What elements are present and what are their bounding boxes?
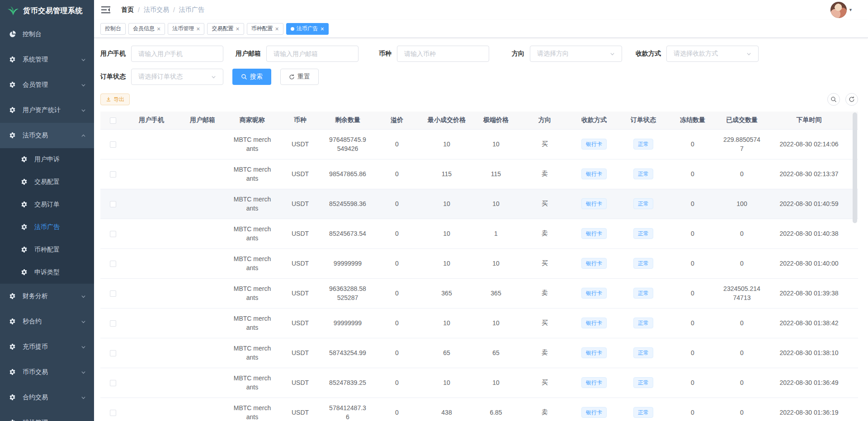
cell-checkbox — [100, 129, 125, 159]
breadcrumb-item-0[interactable]: 首页 — [121, 6, 134, 14]
select-all-checkbox[interactable] — [110, 117, 116, 124]
tab-0[interactable]: 控制台 — [100, 23, 126, 35]
tab-1[interactable]: 会员信息× — [128, 23, 165, 35]
tab-2[interactable]: 法币管理× — [168, 23, 204, 35]
breadcrumb-item-2: 法币广告 — [179, 6, 204, 14]
sidebar-item-label: 秒合约 — [23, 318, 42, 326]
cell-time: 2022-08-30 01:40:38 — [766, 219, 852, 248]
sidebar-submenu: 用户申诉交易配置交易订单法币广告币种配置申诉类型 — [0, 148, 94, 284]
user-avatar[interactable] — [830, 2, 847, 18]
row-checkbox[interactable] — [110, 231, 116, 237]
table-header-row: 用户手机用户邮箱商家昵称币种剩余数量溢价最小成交价格极端价格方向收款方式订单状态… — [100, 112, 858, 129]
cell-text: 96363288.58525287 — [328, 284, 367, 302]
app-logo: 货币交易管理系统 — [0, 0, 94, 22]
cell-text: MBTC merchants — [233, 284, 272, 302]
cell-payment: 银行卡 — [569, 308, 619, 338]
sidebar-item-3[interactable]: 用户资产统计 — [0, 98, 94, 123]
cell-extreme_price: 115 — [472, 159, 520, 189]
sidebar-subitem-1[interactable]: 交易配置 — [0, 171, 94, 193]
sprout-icon — [7, 6, 19, 16]
filter-input-1[interactable] — [266, 46, 359, 62]
cell-min_price: 365 — [422, 278, 472, 308]
tab-active-dot — [291, 27, 294, 31]
cell-premium: 0 — [372, 189, 422, 219]
filter-select-5[interactable]: 请选择订单状态 — [131, 69, 223, 85]
chevron-down-icon — [81, 395, 86, 400]
table-scrollbar[interactable] — [853, 112, 857, 223]
row-checkbox[interactable] — [110, 320, 116, 327]
sidebar-item-9[interactable]: 合约交易 — [0, 385, 94, 410]
menu-fold-icon[interactable] — [101, 5, 111, 14]
reset-button[interactable]: 重置 — [280, 69, 319, 85]
sidebar-subitem-0[interactable]: 用户申诉 — [0, 148, 94, 171]
filter-input-0[interactable] — [131, 46, 223, 62]
app-title: 货币交易管理系统 — [23, 6, 83, 16]
user-menu[interactable]: ▼ — [830, 2, 853, 18]
close-icon[interactable]: × — [321, 26, 324, 32]
select-placeholder: 请选择方向 — [537, 50, 569, 58]
filter-row-1: 用户手机用户邮箱币种方向请选择方向收款方式请选择收款方式 — [100, 46, 858, 62]
filter-field-4: 收款方式请选择收款方式 — [636, 46, 759, 62]
cell-direction: 买 — [520, 248, 569, 278]
refresh-icon[interactable] — [845, 93, 858, 106]
row-checkbox[interactable] — [110, 201, 116, 207]
status-tag: 正常 — [633, 168, 653, 179]
cell-merchant: MBTC merchants — [227, 189, 277, 219]
sidebar-subitem-2[interactable]: 交易订单 — [0, 193, 94, 216]
search-button[interactable]: 搜索 — [232, 69, 271, 85]
tab-label: 法币管理 — [172, 25, 194, 33]
sidebar-item-5[interactable]: 财务分析 — [0, 284, 94, 309]
cell-traded: 0 — [717, 398, 766, 421]
cell-extreme_price: 10 — [472, 189, 520, 219]
filter-select-3[interactable]: 请选择方向 — [530, 46, 622, 62]
sidebar-item-4[interactable]: 法币交易 — [0, 123, 94, 148]
tab-5[interactable]: 法币广告× — [286, 23, 329, 35]
tab-3[interactable]: 交易配置× — [207, 23, 244, 35]
search-icon[interactable] — [827, 93, 840, 106]
cell-status: 正常 — [619, 248, 668, 278]
status-tag: 正常 — [633, 198, 653, 209]
filter-label: 用户手机 — [100, 50, 126, 58]
cell-premium: 0 — [372, 248, 422, 278]
close-icon[interactable]: × — [275, 26, 279, 32]
chevron-down-icon — [81, 57, 86, 62]
cell-payment: 银行卡 — [569, 398, 619, 421]
sidebar-item-0[interactable]: 控制台 — [0, 22, 94, 47]
cell-frozen: 0 — [668, 129, 717, 159]
cell-time: 2022-08-30 01:40:59 — [766, 189, 852, 219]
row-checkbox[interactable] — [110, 171, 116, 178]
filter-select-4[interactable]: 请选择收款方式 — [666, 46, 759, 62]
export-button[interactable]: 导出 — [100, 94, 130, 105]
close-icon[interactable]: × — [236, 26, 239, 32]
close-icon[interactable]: × — [196, 26, 200, 32]
sidebar-item-1[interactable]: 系统管理 — [0, 47, 94, 72]
sidebar-item-10[interactable]: 矿机管理 — [0, 410, 94, 421]
column-header-9: 收款方式 — [569, 112, 619, 129]
sidebar-item-2[interactable]: 会员管理 — [0, 72, 94, 98]
row-checkbox[interactable] — [110, 290, 116, 297]
sidebar-subitem-label: 法币广告 — [34, 223, 60, 231]
sidebar-subitem-5[interactable]: 申诉类型 — [0, 261, 94, 284]
filter-input-2[interactable] — [397, 46, 489, 62]
payment-tag: 银行卡 — [581, 228, 607, 239]
tab-4[interactable]: 币种配置× — [247, 23, 283, 35]
cell-phone — [125, 219, 178, 248]
row-checkbox[interactable] — [110, 261, 116, 267]
sidebar-item-6[interactable]: 秒合约 — [0, 309, 94, 334]
cell-remaining: 976485745.9549426 — [323, 129, 372, 159]
close-icon[interactable]: × — [157, 26, 160, 32]
cell-checkbox — [100, 159, 125, 189]
sidebar-subitem-4[interactable]: 币种配置 — [0, 239, 94, 261]
cell-checkbox — [100, 368, 125, 398]
page-content: 用户手机用户邮箱币种方向请选择方向收款方式请选择收款方式 订单状态请选择订单状态… — [94, 38, 868, 421]
row-checkbox[interactable] — [110, 350, 116, 356]
row-checkbox[interactable] — [110, 141, 116, 148]
sidebar-subitem-3[interactable]: 法币广告 — [0, 216, 94, 239]
row-checkbox[interactable] — [110, 380, 116, 386]
sidebar-item-8[interactable]: 币币交易 — [0, 360, 94, 385]
row-checkbox[interactable] — [110, 410, 116, 416]
gear-icon — [9, 293, 16, 300]
sidebar-item-7[interactable]: 充币提币 — [0, 334, 94, 360]
gear-icon — [9, 343, 16, 351]
cell-phone — [125, 308, 178, 338]
